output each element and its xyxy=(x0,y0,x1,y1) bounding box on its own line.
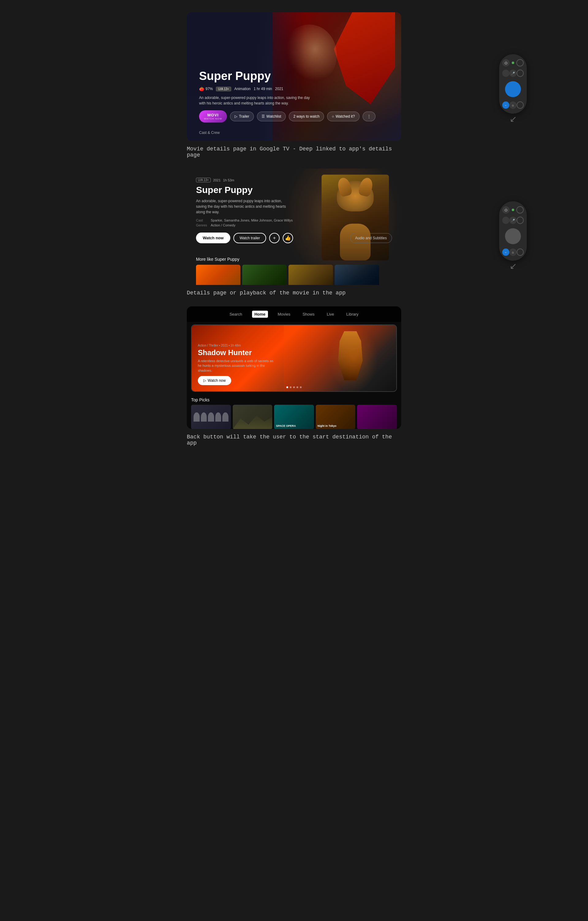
movie-title: Super Puppy xyxy=(199,70,375,83)
remote1-select-button[interactable] xyxy=(505,81,521,97)
caption1: Movie details page in Google TV - Deep l… xyxy=(187,146,401,158)
trailer-button[interactable]: ▷ Trailer xyxy=(230,112,254,121)
mic-icon2: 🎤 xyxy=(511,219,515,222)
hero-card-content: Action / Thriller • 2021 • 1h 48m Shadow… xyxy=(198,344,278,385)
hero-dots xyxy=(286,386,302,388)
section1-row: Super Puppy 🍅 97% U/A 13+ Animation 1 hr… xyxy=(0,12,588,166)
remote1-back-button[interactable]: ← xyxy=(502,101,509,109)
remote2-top-row: ⏻ xyxy=(502,206,524,213)
screen2-panel: U/A 13+ 2021 1h 53m Super Puppy An adora… xyxy=(187,169,401,285)
remote1-home-button[interactable]: ⌂ xyxy=(509,101,517,109)
pick-thumb-5[interactable] xyxy=(357,405,397,429)
ways-to-watch-button[interactable]: 2 ways to watch xyxy=(289,112,324,121)
back-icon2: ← xyxy=(504,251,507,254)
like-button[interactable]: 👍 xyxy=(283,233,293,243)
nav-live[interactable]: Live xyxy=(324,311,336,318)
remote1-extra-btn[interactable] xyxy=(517,101,524,109)
remote2-nav-row: ← ⌂ xyxy=(502,249,524,256)
remote1-nav-row: ← ⌂ xyxy=(502,101,524,109)
remote2-circle-button[interactable] xyxy=(517,206,524,213)
movie-title2: Super Puppy xyxy=(196,185,392,195)
caption3: Back button will take the user to the st… xyxy=(187,434,401,446)
home-icon: ⌂ xyxy=(512,104,514,107)
nav-movies[interactable]: Movies xyxy=(275,311,293,318)
screen2-content: U/A 13+ 2021 1h 53m Super Puppy An adora… xyxy=(187,169,401,252)
remote1: ⏻ 🎤 ← ⌂ xyxy=(499,54,527,124)
tomato-score: 🍅 97% xyxy=(199,86,213,91)
dot-2 xyxy=(290,386,292,388)
remote2: ⏻ 🎤 ← ⌂ xyxy=(499,201,527,270)
thumb-2[interactable] xyxy=(242,265,287,285)
watch-now-button[interactable]: Watch now xyxy=(196,233,230,243)
score-value: 97% xyxy=(205,87,213,91)
cast-value: Sparkie, Samantha Jones, Mike Johnson, G… xyxy=(211,218,293,222)
screen2-actions: Watch now Watch trailer + 👍 Audio and Su… xyxy=(196,233,392,243)
home-icon2: ⌂ xyxy=(512,251,514,254)
cast-row: Cast Sparkie, Samantha Jones, Mike Johns… xyxy=(196,218,392,222)
watchlist-icon: ☰ xyxy=(262,114,265,119)
remote2-power-button[interactable]: ⏻ xyxy=(502,206,510,213)
watchlist-button[interactable]: ☰ Watchlist xyxy=(257,112,286,121)
audio-subtitles-button[interactable]: Audio and Subtitles xyxy=(350,233,392,243)
hero-description: A relentless detective unravels a web of… xyxy=(198,359,278,373)
year-text: 2021 xyxy=(275,87,283,91)
thumb-1[interactable] xyxy=(196,265,240,285)
cast-crew-label: Cast & Crew xyxy=(199,130,219,135)
pick-thumb-3[interactable]: SPACE OPERA xyxy=(274,405,314,429)
mic-icon: 🎤 xyxy=(511,72,515,75)
nav-shows[interactable]: Shows xyxy=(300,311,317,318)
genres-label: Genres xyxy=(196,223,208,227)
remote1-power-button[interactable]: ⏻ xyxy=(502,59,510,67)
hero-card[interactable]: Action / Thriller • 2021 • 1h 48m Shadow… xyxy=(191,324,397,392)
remote2-right-btn[interactable] xyxy=(517,216,524,224)
movie-description: An adorable, super-powered puppy leaps i… xyxy=(199,95,315,106)
watch-trailer-button[interactable]: Watch trailer xyxy=(233,233,266,243)
action-buttons: MOVI WATCH NOW ▷ Trailer ☰ Watchlist 2 xyxy=(199,110,375,122)
trailer-icon: ▷ xyxy=(235,114,237,119)
year-text2: 2021 xyxy=(213,178,221,182)
pick-thumb-2[interactable] xyxy=(233,405,273,429)
pick-label-3: SPACE OPERA xyxy=(276,424,296,427)
watch-now-label: Watch now xyxy=(208,378,226,383)
genres-value: Action / Comedy xyxy=(211,223,236,227)
remote1-right-btn[interactable] xyxy=(517,70,524,77)
section3-row: Search Home Movies Shows Live Library xyxy=(0,306,588,454)
arrow-down-2: ↙ xyxy=(510,262,517,270)
movi-watch-button[interactable]: MOVI WATCH NOW xyxy=(199,110,227,122)
remote1-body: ⏻ 🎤 ← ⌂ xyxy=(499,54,527,114)
remote2-mic-button[interactable]: 🎤 xyxy=(509,216,517,224)
watched-it-button[interactable]: ○ Watched it? xyxy=(327,112,359,121)
remote2-body: ⏻ 🎤 ← ⌂ xyxy=(499,201,527,261)
remote2-left-btn[interactable] xyxy=(502,216,509,224)
remote1-top-row: ⏻ xyxy=(502,59,524,67)
meta-row: 🍅 97% U/A 13+ Animation 1 hr 49 min 2021 xyxy=(199,86,375,91)
nav-library[interactable]: Library xyxy=(344,311,361,318)
picks-row: SPACE OPERA Night in Tokyo xyxy=(191,405,397,429)
power-icon: ⏻ xyxy=(504,61,507,65)
remote1-circle-button[interactable] xyxy=(517,59,524,67)
add-button[interactable]: + xyxy=(269,233,279,243)
remote2-mic-row: 🎤 xyxy=(502,216,524,224)
play-icon: ▷ xyxy=(203,378,206,383)
watchlist-label: Watchlist xyxy=(266,114,281,119)
remote1-mic-button[interactable]: 🎤 xyxy=(509,70,517,77)
hero-watch-now[interactable]: ▷ Watch now xyxy=(198,376,231,385)
remote2-select-button[interactable] xyxy=(505,228,521,244)
nav-home[interactable]: Home xyxy=(252,311,268,318)
remote2-home-button[interactable]: ⌂ xyxy=(509,249,517,256)
more-options-button[interactable]: ⋮ xyxy=(362,112,375,121)
remote2-extra-btn[interactable] xyxy=(517,249,524,256)
watched-icon: ○ xyxy=(332,114,334,119)
movie-desc2: An adorable, super-powered puppy leaps i… xyxy=(196,198,288,215)
pick-thumb-1[interactable] xyxy=(191,405,231,429)
nav-search[interactable]: Search xyxy=(227,311,244,318)
remote2-back-button[interactable]: ← xyxy=(502,249,509,256)
rating-badge2: U/A 13+ xyxy=(196,178,211,182)
main-container: Super Puppy 🍅 97% U/A 13+ Animation 1 hr… xyxy=(0,12,588,457)
hero-title: Shadow Hunter xyxy=(198,348,278,357)
genre-text: Animation xyxy=(234,87,250,91)
pick-thumb-4[interactable]: Night in Tokyo xyxy=(316,405,356,429)
hero-genre: Action / Thriller • 2021 • 1h 48m xyxy=(198,344,278,347)
remote1-left-btn[interactable] xyxy=(502,70,509,77)
like-icon: 👍 xyxy=(285,235,291,241)
